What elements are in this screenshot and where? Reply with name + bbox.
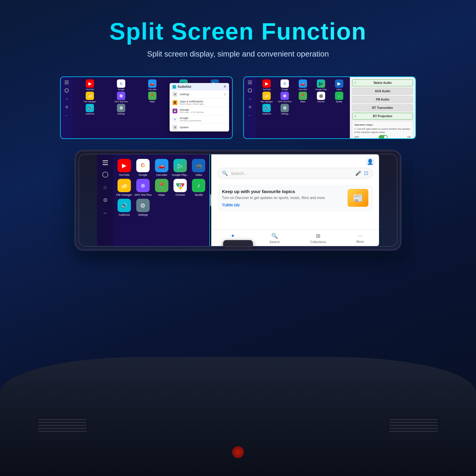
- list-item[interactable]: G Google: [134, 159, 152, 176]
- browser-search-row: 🔍 Search... 🎤 ⚀: [211, 168, 379, 182]
- list-item[interactable]: 📍 Maps: [154, 179, 169, 196]
- device-sidebar: ⌂ ⚙ ←: [97, 154, 113, 246]
- toggle-on-label: ON: [407, 136, 411, 138]
- native-audio-button[interactable]: Native Audio: [352, 79, 413, 86]
- device-back-icon[interactable]: ←: [103, 210, 108, 216]
- nav-search[interactable]: 🔍 Search: [270, 233, 280, 244]
- list-item[interactable]: ⊕ GPS Test Plus: [134, 179, 152, 196]
- audioout-popup: 🔊 AudioOut ✕ ⚙ Settings ✕ 📱 Apps & notif…: [170, 83, 229, 131]
- device-youtube-icon: ▶: [118, 159, 131, 172]
- back-icon-right[interactable]: ←: [248, 113, 252, 118]
- list-item[interactable]: ⚙ Settings: [134, 199, 152, 216]
- home-icon-right[interactable]: ⌂: [249, 97, 251, 101]
- list-item[interactable]: 📁 File manager: [116, 179, 132, 196]
- list-item[interactable]: G Google: [276, 79, 293, 90]
- search-input[interactable]: Search...: [231, 171, 352, 176]
- list-item[interactable]: ⚙ Settings: [106, 104, 136, 115]
- list-item[interactable]: 📍 Maps: [295, 92, 311, 103]
- audioout-icon: 🔊: [86, 104, 94, 112]
- list-item[interactable]: Chrome: [172, 179, 189, 196]
- list-item[interactable]: 📁 File manager: [258, 92, 275, 103]
- discover-text: Keep up with your favourite topics Turn …: [222, 189, 325, 207]
- list-item[interactable]: 🔊 AudioOut: [116, 199, 132, 216]
- device-audioout-icon: 🔊: [118, 199, 131, 212]
- search-nav-label: Search: [270, 240, 280, 244]
- settings-icon[interactable]: ⚙: [65, 105, 68, 109]
- device-settings-icon[interactable]: ⚙: [103, 197, 108, 203]
- list-item[interactable]: G Google: [106, 79, 136, 90]
- lens-icon[interactable]: ⚀: [364, 170, 368, 176]
- home-icon[interactable]: ⌂: [65, 97, 68, 101]
- list-item[interactable]: ▷ Google Play: [312, 79, 329, 90]
- popup-close-button[interactable]: ✕: [223, 85, 226, 89]
- mic-icon[interactable]: 🎤: [355, 170, 361, 176]
- device-carletter-icon: 🚗: [155, 159, 168, 172]
- camera-icon-right: [248, 88, 252, 93]
- header: Split Screen Function Split screen displ…: [0, 0, 476, 65]
- popup-settings-close[interactable]: ✕: [224, 93, 226, 96]
- popup-apps-item[interactable]: 📱 Apps & notifications Recent apps, defa…: [170, 98, 229, 107]
- filemanager-icon: 📁: [86, 92, 94, 100]
- list-item[interactable]: 🚗 CarLetter: [154, 159, 169, 176]
- list-item[interactable]: ⊕ GPS Test Plus: [276, 92, 293, 103]
- more-nav-icon: ···: [358, 233, 362, 239]
- discover-image: 📰: [347, 189, 368, 207]
- user-avatar[interactable]: 👤: [366, 157, 375, 166]
- gpstest-icon: ⊕: [117, 92, 125, 100]
- camera-icon[interactable]: [65, 88, 69, 93]
- svg-point-3: [179, 185, 181, 187]
- back-icon[interactable]: ←: [65, 113, 68, 118]
- main-device: ⌂ ⚙ ← ▶ YouTube G: [74, 150, 402, 251]
- list-item[interactable]: ♪ Spotify: [191, 179, 206, 196]
- device-settings-app-icon: ⚙: [136, 199, 150, 212]
- list-item[interactable]: 🔊 AudioOut: [75, 104, 105, 115]
- device-camera-icon[interactable]: [102, 172, 108, 178]
- popup-header: 🔊 AudioOut ✕: [170, 83, 229, 90]
- screenshots-row: ⌂ ⚙ ← ▶ YouTube G Google 🚗 CarLetter: [30, 76, 446, 139]
- search-bar[interactable]: 🔍 Search... 🎤 ⚀: [217, 168, 373, 179]
- list-item[interactable]: 🔊 AudioOut: [258, 104, 275, 115]
- hamburger-icon-right[interactable]: [248, 81, 252, 84]
- popup-title: AudioOut: [178, 85, 191, 88]
- list-item[interactable]: 📁 File manager: [75, 92, 105, 103]
- nav-collections[interactable]: ⊞ Collections: [310, 233, 326, 244]
- bt-transmitter-button[interactable]: BT Transmitter: [352, 104, 413, 111]
- list-item[interactable]: ▶ YouTube: [75, 79, 105, 90]
- list-item[interactable]: ▷ Google Play...: [172, 159, 189, 176]
- device-app-grid: ▶ YouTube G Google 🚗 CarLe: [113, 154, 209, 246]
- list-item[interactable]: ▶ YouTube: [116, 159, 132, 176]
- page-title: Split Screen Function: [0, 18, 476, 45]
- list-item[interactable]: ◎ Chrome: [312, 92, 329, 103]
- device-google-icon: G: [136, 159, 150, 172]
- list-item[interactable]: 🚗 CarLetter: [295, 79, 311, 90]
- aux-audio-button[interactable]: AUX Audio: [352, 88, 413, 95]
- device-home-icon[interactable]: ⌂: [104, 184, 107, 190]
- audio-panel: Native Audio AUX Audio FM Audio BT Trans…: [350, 77, 415, 138]
- device-right-panel: 👤 🔍 Search... 🎤 ⚀ Keep up with your favo…: [211, 154, 379, 246]
- list-item[interactable]: ⚙ Settings: [276, 104, 293, 115]
- hamburger-icon[interactable]: [65, 81, 69, 84]
- fm-audio-button[interactable]: FM Audio: [352, 96, 413, 103]
- toggle-off-label: OFF: [354, 136, 359, 138]
- discover-nav-icon: ✦: [231, 233, 235, 239]
- more-nav-label: More: [356, 240, 364, 243]
- popup-google-item[interactable]: G Google Services & preferences: [170, 115, 229, 123]
- list-item[interactable]: ⊕ GPS Test Plus: [106, 92, 136, 103]
- list-item[interactable]: ▶ YouTube: [258, 79, 275, 90]
- list-item[interactable]: 🚗 CarLetter: [137, 79, 167, 90]
- list-item[interactable]: 📹 Video: [191, 159, 206, 176]
- settings-icon-right[interactable]: ⚙: [248, 105, 252, 109]
- list-item[interactable]: 📍 Maps: [137, 92, 167, 103]
- list-item[interactable]: ♪ Spotify: [331, 92, 347, 103]
- device-spotify-icon: ♪: [192, 179, 205, 192]
- popup-storage-item[interactable]: 💾 Storage 26% used - 47.62 GB free: [170, 107, 229, 115]
- nav-more[interactable]: ··· More: [356, 233, 364, 244]
- device-hamburger-icon[interactable]: [103, 160, 108, 165]
- bt-projection-button[interactable]: BT Projection: [352, 113, 413, 120]
- audio-toggle[interactable]: [379, 135, 388, 139]
- list-item[interactable]: ▶ Video: [331, 79, 347, 90]
- search-nav-icon: 🔍: [271, 233, 278, 239]
- popup-settings-item[interactable]: ⚙ Settings ✕: [170, 90, 229, 98]
- turn-on-button[interactable]: TURN ON: [222, 203, 325, 207]
- popup-system-item[interactable]: ⚙ System: [170, 123, 229, 131]
